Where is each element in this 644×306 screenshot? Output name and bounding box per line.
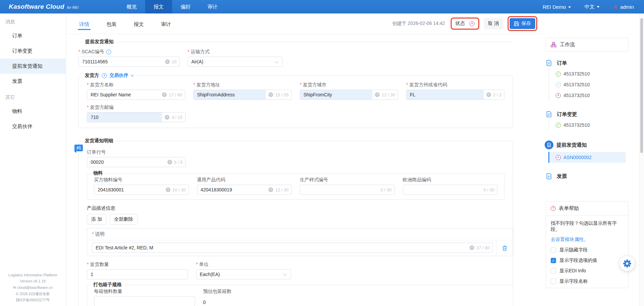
workflow-group-orders: 订单 ✓4513732510 ✓4513732510 +4513732510 [546,60,644,101]
footer-version: Version v6.1.19 [0,278,66,284]
save-button[interactable]: 保存 [510,18,535,29]
add-description-button[interactable]: 添 加 [87,214,106,225]
packing-box: 打包箱子规格 每箱物料数量 预估包装箱数 0 [87,285,513,306]
shipfrom-city-input[interactable]: ShipFromCity ×12 / 30 [300,90,398,100]
unit-label: 单位 [196,262,208,268]
clear-icon[interactable]: × [268,92,273,97]
check-circle-icon: ✓ [556,71,561,76]
checkbox-unchecked[interactable] [551,247,556,253]
workflow-group-header[interactable]: 提前发货通知 [545,141,644,149]
workflow-group-order-changes: 订单变更 ✓4513732510 [546,111,644,130]
sidebar-item-trading-partners[interactable]: 交易伙伴 [0,119,66,134]
checkbox-unchecked[interactable] [551,268,556,274]
shipfrom-name-label: 发货方名称 [87,82,114,88]
workflow-doc-link[interactable]: ✓4513732510 [549,120,644,130]
option-show-edi-info[interactable]: 显示EDI Info [551,268,623,274]
workflow-group-invoices: 发票 [546,173,644,180]
material-box: 物料 买方物料编号 2041830001 ×10 / 30 通用产品代码 [87,173,505,200]
top-nav-preferences[interactable]: 偏好 [172,0,199,13]
workflow-children: ✓4513732510 [549,119,644,130]
status-add-icon[interactable]: + [470,21,475,26]
top-nav-overview[interactable]: 概览 [118,0,145,13]
workflow-group-header[interactable]: 发票 [546,173,644,180]
clear-icon[interactable]: × [162,92,167,97]
per-box-qty-input[interactable] [94,296,195,306]
info-icon[interactable]: i [106,50,111,55]
sidebar-item-materials[interactable]: 物料 [0,104,66,119]
shipfrom-zip-label: 发货方邮编 [87,104,114,111]
shipfrom-name-input[interactable]: REI Supplier Name ×17 / 60 [87,90,185,100]
shipfrom-address-input[interactable]: ShipFromAddress ×15 / 55 [193,90,292,100]
clear-icon[interactable]: × [375,92,380,97]
clear-icon[interactable]: × [167,160,172,164]
checkbox-unchecked[interactable] [551,279,556,284]
left-sidebar: 消息 订单 订单变更 提前发货通知 发票 其它 物料 交易伙伴 Logistic… [0,13,66,306]
header-actions: 创建于 2026-02-06 14:42 状态 + 取 消 保存 [392,16,537,31]
workflow-doc-link[interactable]: ✓4513732510 [549,79,644,90]
workflow-header-button[interactable]: 工作流 [546,38,629,52]
po-line-input[interactable]: 00020 ×5 / 5 [87,157,186,167]
settings-fab[interactable] [620,256,635,271]
tab-packing[interactable]: 包装 [106,14,117,33]
plus-circle-icon: + [556,155,561,160]
module-settings-link[interactable]: 去设置模块属性。 [551,237,623,243]
transport-select[interactable]: Air(A) [188,57,283,67]
user-menu[interactable]: admin [613,4,634,10]
workflow-children: +ASN0000002 [549,151,644,163]
clear-icon[interactable]: × [486,92,491,97]
style-number-input[interactable]: 0 / 30 [300,185,395,195]
clear-icon[interactable]: × [268,187,273,192]
upc-input[interactable]: 420418300019 ×12 / 30 [197,185,292,195]
trading-partner-link[interactable]: 交易伙伴 [109,72,128,79]
option-show-hidden-fields[interactable]: 显示隐藏字段 [551,247,623,253]
workflow-doc-link[interactable]: ✓4513732510 [549,68,644,79]
field-scac: SCAC编号i 7101114565 ×10 [78,45,180,67]
top-nav-messages[interactable]: 报文 [145,0,172,13]
option-show-field-names[interactable]: 显示字段名称 [551,278,623,284]
description-input[interactable]: EDI Test Article #2, RED, M ×27 / 80 [92,243,493,253]
brand-logo: Kasoftware Cloud for REI [0,0,78,13]
scac-input[interactable]: 7101114565 ×10 [78,57,180,67]
shipfrom-state-input[interactable]: FL ×2 / 2 [406,90,505,100]
footer-email[interactable]: ✉ cloud@kasoftware.cn [0,284,66,291]
clear-icon[interactable]: × [165,115,169,120]
checkbox-checked[interactable]: ✓ [551,258,556,263]
workflow-doc-link[interactable]: +4513732510 [549,90,644,101]
workflow-group-header[interactable]: 订单 [546,60,644,66]
top-nav-audit[interactable]: 审计 [199,0,226,13]
buyer-item-input[interactable]: 2041830001 ×10 / 30 [94,185,189,195]
asn-form: 提前发货通知 SCAC编号i 7101114565 ×10 运输方式 Air(A… [66,34,542,306]
username: admin [620,4,634,10]
delete-description-button[interactable] [496,240,513,256]
field-estimated-boxes: 预估包装箱数 0 [203,286,304,306]
scrollbar-thumb[interactable] [640,18,643,153]
delete-all-descriptions-button[interactable]: 全部删除 [110,214,137,225]
ean-input[interactable]: 0 / 30 [403,185,498,195]
scac-label: SCAC编号 [78,49,104,55]
tab-audit[interactable]: 审计 [160,14,172,33]
clear-icon[interactable]: × [165,59,170,64]
sidebar-item-invoices[interactable]: 发票 [0,74,66,89]
workflow-group-header[interactable]: 订单变更 [546,111,644,118]
shipfrom-zip-input[interactable]: 710 ×3 / 15 [87,112,186,122]
ship-from-box: 发货方 i 交易伙伴 发货方名称 REI Supplier Name ×17 /… [78,75,513,128]
sidebar-item-orders[interactable]: 订单 [0,28,66,43]
cancel-button[interactable]: 取 消 [484,18,503,29]
field-shipfrom-address: 发货方地址 ShipFromAddress ×15 / 55 [193,78,292,100]
form-help-hint: 找不到字段？勾选以显示所有字段。 [551,220,623,233]
sidebar-item-asn[interactable]: 提前发货通知 [0,59,66,74]
ship-quantity-label: 发货数量 [87,262,109,268]
clear-icon[interactable]: × [470,245,474,250]
unit-select[interactable]: Each(EA) [196,269,291,279]
language-dropdown[interactable]: 中文 [584,4,600,10]
tab-details[interactable]: 详情 [78,14,90,33]
sidebar-item-order-changes[interactable]: 订单变更 [0,43,66,59]
clear-icon[interactable]: × [166,187,170,192]
option-show-field-option-values[interactable]: ✓ 显示字段选项的值 [551,257,623,264]
workflow-doc-link-selected[interactable]: +ASN0000002 [548,152,626,163]
ship-quantity-input[interactable]: 1 [87,269,188,279]
info-icon[interactable]: i [102,73,107,78]
po-line-label: 订单行号 [87,149,106,155]
tenant-dropdown[interactable]: REI Demo [543,4,571,10]
tab-message[interactable]: 报文 [133,14,144,33]
